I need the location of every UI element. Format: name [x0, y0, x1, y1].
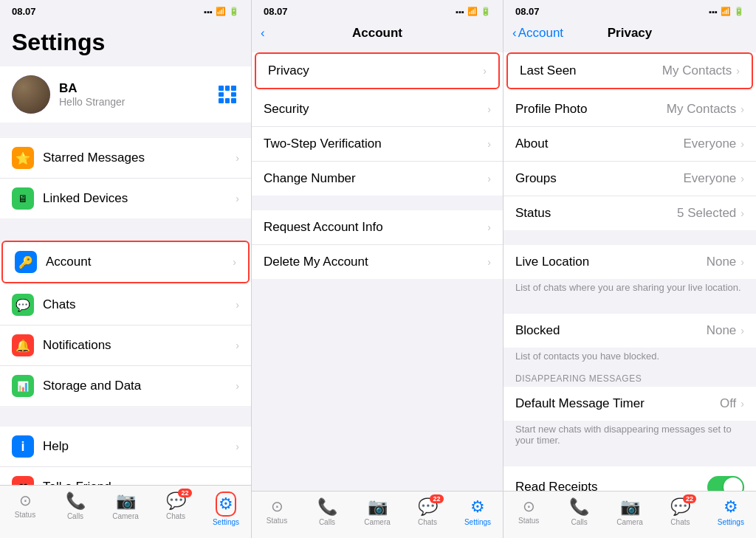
row-starred-messages[interactable]: ⭐ Starred Messages ›	[0, 138, 251, 179]
tab-camera-2[interactable]: 📷 Camera	[352, 497, 402, 526]
calls-tab-label: Calls	[67, 512, 83, 520]
row-privacy[interactable]: Privacy ›	[255, 52, 500, 89]
chats-tab-label-2: Chats	[418, 518, 437, 526]
row-storage[interactable]: 📊 Storage and Data ›	[0, 366, 251, 406]
privacy-section-1: Last Seen My Contacts › Profile Photo My…	[504, 52, 756, 230]
status-bar-1: 08.07 ▪▪▪ 📶 🔋	[0, 0, 251, 20]
status-privacy-label: Status	[515, 206, 677, 221]
last-seen-value: My Contacts	[662, 63, 732, 78]
tab-status-1[interactable]: ⊙ Status	[0, 492, 50, 526]
tab-calls-1[interactable]: 📞 Calls	[50, 492, 100, 526]
camera-tab-label-2: Camera	[364, 518, 391, 526]
storage-icon: 📊	[12, 375, 34, 397]
tab-status-2[interactable]: ⊙ Status	[252, 497, 302, 526]
row-groups[interactable]: Groups Everyone ›	[504, 162, 756, 196]
groups-value: Everyone	[684, 171, 737, 186]
live-location-value: None	[707, 255, 737, 269]
status-icons-1: ▪▪▪ 📶 🔋	[204, 7, 239, 16]
row-change-number[interactable]: Change Number ›	[252, 162, 503, 196]
tab-camera-3[interactable]: 📷 Camera	[605, 497, 655, 526]
back-chevron-2: ‹	[261, 26, 265, 41]
row-security[interactable]: Security ›	[252, 92, 503, 127]
linked-label: Linked Devices	[43, 191, 227, 206]
settings-title: Settings	[12, 26, 239, 62]
status-bar-2: 08.07 ▪▪▪ 📶 🔋	[252, 0, 503, 20]
about-value: Everyone	[684, 137, 737, 151]
time-3: 08.07	[515, 6, 540, 17]
row-account[interactable]: 🔑 Account ›	[1, 241, 250, 283]
settings-tab-box: ⚙	[216, 492, 236, 517]
chats-icon: 💬	[12, 294, 34, 316]
privacy-divider-3	[504, 452, 756, 466]
notifications-chevron: ›	[236, 339, 239, 351]
row-profile-photo[interactable]: Profile Photo My Contacts ›	[504, 92, 756, 127]
profile-info: BA Hello Stranger	[59, 81, 126, 108]
camera-tab-icon-2: 📷	[368, 497, 388, 517]
help-label: Help	[43, 439, 227, 454]
row-delete-account[interactable]: Delete My Account ›	[252, 245, 503, 279]
tab-calls-2[interactable]: 📞 Calls	[302, 497, 352, 526]
read-receipts-toggle[interactable]	[707, 476, 744, 491]
privacy-label: Privacy	[268, 63, 483, 78]
live-location-chevron: ›	[740, 256, 744, 268]
privacy-back-button[interactable]: ‹ Account	[512, 26, 563, 41]
profile-row[interactable]: BA Hello Stranger	[0, 66, 251, 123]
chats-badge-2: 22	[430, 494, 443, 503]
back-label-3: Account	[518, 26, 563, 41]
tab-calls-3[interactable]: 📞 Calls	[554, 497, 604, 526]
chats-badge-3: 22	[683, 494, 696, 503]
row-notifications[interactable]: 🔔 Notifications ›	[0, 325, 251, 366]
starred-chevron: ›	[236, 152, 239, 164]
status-icons-2: ▪▪▪ 📶 🔋	[456, 7, 491, 16]
starred-icon: ⭐	[12, 147, 34, 169]
panel-account: 08.07 ▪▪▪ 📶 🔋 ‹ Account Privacy › Securi…	[252, 0, 504, 538]
section-starred-linked: ⭐ Starred Messages › 🖥 Linked Devices ›	[0, 138, 251, 218]
tab-status-3[interactable]: ⊙ Status	[504, 497, 554, 526]
settings-header: Settings	[0, 20, 251, 66]
default-timer-label: Default Message Timer	[515, 396, 720, 411]
live-location-subtext: List of chats where you are sharing your…	[504, 279, 756, 299]
row-read-receipts[interactable]: Read Receipts	[504, 466, 756, 491]
profile-left: BA Hello Stranger	[12, 75, 126, 114]
signal-icon: ▪▪▪	[204, 7, 213, 16]
row-request-info[interactable]: Request Account Info ›	[252, 210, 503, 245]
row-chats[interactable]: 💬 Chats ›	[0, 285, 251, 325]
tab-settings-1[interactable]: ⚙ Settings	[201, 492, 251, 526]
blocked-value: None	[707, 323, 737, 338]
row-two-step[interactable]: Two-Step Verification ›	[252, 127, 503, 162]
account-back-button[interactable]: ‹	[261, 26, 265, 41]
wifi-icon-3: 📶	[721, 7, 731, 16]
account-label: Account	[46, 255, 224, 269]
request-info-label: Request Account Info	[264, 220, 487, 235]
tab-camera-1[interactable]: 📷 Camera	[100, 492, 151, 526]
status-tab-icon: ⊙	[19, 492, 32, 509]
row-status[interactable]: Status 5 Selected ›	[504, 196, 756, 230]
row-last-seen[interactable]: Last Seen My Contacts ›	[506, 52, 753, 89]
default-timer-subtext: Start new chats with disappearing messag…	[504, 421, 756, 452]
two-step-chevron: ›	[487, 138, 491, 150]
notifications-label: Notifications	[43, 338, 227, 353]
tab-chats-2[interactable]: 💬22 Chats	[402, 497, 453, 526]
row-live-location[interactable]: Live Location None ›	[504, 245, 756, 279]
camera-tab-label-3: Camera	[616, 518, 643, 526]
tab-settings-2[interactable]: ⚙ Settings	[453, 497, 503, 526]
status-tab-label-2: Status	[267, 517, 287, 525]
tab-chats-1[interactable]: 💬22 Chats	[151, 492, 201, 526]
blocked-label: Blocked	[515, 323, 707, 338]
row-blocked[interactable]: Blocked None ›	[504, 314, 756, 348]
account-nav-title: Account	[352, 26, 402, 41]
row-linked-devices[interactable]: 🖥 Linked Devices ›	[0, 179, 251, 218]
row-default-timer[interactable]: Default Message Timer Off ›	[504, 387, 756, 421]
chats-tab-label-3: Chats	[670, 518, 690, 526]
settings-tab-label: Settings	[213, 518, 239, 526]
avatar	[12, 75, 50, 114]
calls-tab-label-3: Calls	[571, 518, 587, 526]
row-about[interactable]: About Everyone ›	[504, 127, 756, 162]
row-help[interactable]: i Help ›	[0, 427, 251, 467]
tab-chats-3[interactable]: 💬22 Chats	[655, 497, 705, 526]
tell-friend-icon: ❤	[12, 476, 34, 485]
toggle-knob	[724, 477, 743, 491]
row-tell-friend[interactable]: ❤ Tell a Friend ›	[0, 467, 251, 485]
qr-icon[interactable]	[216, 83, 239, 106]
tab-settings-3[interactable]: ⚙ Settings	[706, 497, 756, 526]
